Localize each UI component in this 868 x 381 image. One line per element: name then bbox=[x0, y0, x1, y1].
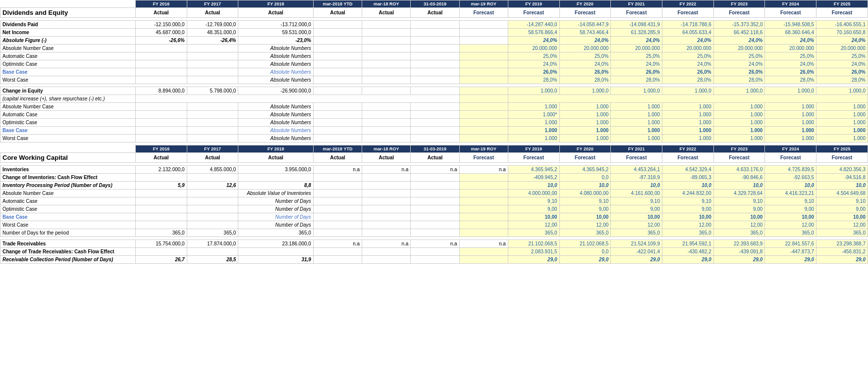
col-mar19roy-header: mar-19 ROY bbox=[459, 0, 508, 8]
row-cwc-abs-num: Absolute Number Case Absolute Value of I… bbox=[0, 190, 868, 197]
col-fy2024-header: FY 2024 bbox=[765, 0, 816, 8]
col-fy2020-header: FY 2020 bbox=[559, 0, 611, 8]
af-mar18roy bbox=[362, 37, 411, 45]
div-paid-fy2023: -15.373.352,0 bbox=[713, 21, 765, 29]
cwc-year-header: FY 2016 FY 2017 FY 2018 mar-2018 YTD mar… bbox=[0, 145, 868, 153]
ni-fy2025: 70.160.650,8 bbox=[816, 29, 868, 37]
div-equity-sub-header: Dividends and Equity Actual Actual Actua… bbox=[0, 8, 868, 18]
sub-fy2025: Forecast bbox=[816, 8, 868, 18]
af-fy2021: 24,0% bbox=[611, 37, 662, 45]
row-eq-auto: Automatic Case Absolute Numbers 1.000* 1… bbox=[0, 111, 868, 119]
sub-fy2024: Forecast bbox=[765, 8, 816, 18]
col-fy2018-header: FY 2018 bbox=[238, 0, 313, 8]
div-paid-fy2017: -12.769.000,0 bbox=[187, 21, 238, 29]
af-mar19roy bbox=[459, 37, 508, 45]
div-paid-fy2025: -16.406.555,1 bbox=[816, 21, 868, 29]
ni-fy2021: 61.328.285,9 bbox=[611, 29, 662, 37]
row-num-days: Number of Days for the period 365,0 365,… bbox=[0, 229, 868, 237]
div-paid-fy2018: -13.712.000,0 bbox=[238, 21, 313, 29]
div-paid-mar2019 bbox=[411, 21, 459, 29]
sub-mar19roy: Forecast bbox=[459, 8, 508, 18]
div-anc-fy2022: 20.000.000 bbox=[662, 45, 714, 52]
row-div-optimistic: Optimistic Case Absolute Numbers 24,0% 2… bbox=[0, 60, 868, 68]
div-paid-fy2021: -14.098.431,9 bbox=[611, 21, 662, 29]
col-mar2019-header: 31-03-2019 bbox=[411, 0, 459, 8]
label-div-abs-num: Absolute Number Case bbox=[0, 45, 136, 52]
row-trade-change: Change of Trade Receivables: Cash Flow E… bbox=[0, 248, 868, 256]
ni-fy2018: 59.531.000,0 bbox=[238, 29, 313, 37]
row-div-base-case: Base Case Absolute Numbers 26,0% 26,0% 2… bbox=[0, 68, 868, 76]
row-rec-period: Receivable Collection Period (Number of … bbox=[0, 256, 868, 264]
col-fy2017-header: FY 2017 bbox=[187, 0, 238, 8]
div-paid-fy2016: -12.150.000,0 bbox=[135, 21, 187, 29]
sub-mar2018ytd: Actual bbox=[313, 8, 362, 18]
div-paid-fy2019: -14.287.440,0 bbox=[508, 21, 559, 29]
col-fy2025-header: FY 2025 bbox=[816, 0, 868, 8]
label-abs-figure: Absolute Figure (-) bbox=[0, 37, 136, 45]
sub-fy2023: Forecast bbox=[713, 8, 765, 18]
ni-fy2017: 48.351.000,0 bbox=[187, 29, 238, 37]
row-trade-rec: Trade Receivables 15.754.000,0 17.874.00… bbox=[0, 240, 868, 248]
div-anc-fy2020: 20.000.000 bbox=[559, 45, 611, 52]
ni-mar2019 bbox=[411, 29, 459, 37]
row-equity-subtitle: (capital increase (+), share repurchase … bbox=[0, 95, 868, 103]
div-paid-fy2022: -14.718.788,6 bbox=[662, 21, 714, 29]
ni-fy2024: 68.360.646,4 bbox=[765, 29, 816, 37]
af-fy2017: -26,4% bbox=[187, 37, 238, 45]
div-paid-mar18roy bbox=[362, 21, 411, 29]
ni-fy2023: 66.452.118,6 bbox=[713, 29, 765, 37]
row-dividends-paid: Dividends Paid -12.150.000,0 -12.769.000… bbox=[0, 21, 868, 29]
col-fy2016-header: FY 2016 bbox=[135, 0, 187, 8]
label-net-income: Net Income bbox=[0, 29, 136, 37]
sub-fy2019: Forecast bbox=[508, 8, 559, 18]
div-paid-fy2024: -15.948.508,5 bbox=[765, 21, 816, 29]
div-equity-year-header: FY 2016 FY 2017 FY 2018 mar-2018 YTD mar… bbox=[0, 0, 868, 8]
sub-fy2017: Actual bbox=[187, 8, 238, 18]
ni-fy2019: 58.576.866,4 bbox=[508, 29, 559, 37]
ni-fy2016: 45.687.000,0 bbox=[135, 29, 187, 37]
col-fy2023-header: FY 2023 bbox=[713, 0, 765, 8]
div-anc-fy2024: 20.000.000 bbox=[765, 45, 816, 52]
row-eq-optimistic: Optimistic Case Absolute Numbers 1.000 1… bbox=[0, 119, 868, 127]
col-mar2018ytd-header: mar-2018 YTD bbox=[313, 0, 362, 8]
div-abs-num-center: Absolute Numbers bbox=[238, 45, 313, 52]
ni-fy2020: 58.743.466,4 bbox=[559, 29, 611, 37]
col-fy2019-header: FY 2019 bbox=[508, 0, 559, 8]
row-change-equity: Change in Equity 8.894.000,0 5.798.000,0… bbox=[0, 87, 868, 95]
row-abs-figure: Absolute Figure (-) -26,6% -26,4% -23,0%… bbox=[0, 37, 868, 45]
row-cwc-optimistic: Optimistic Case Number of Days 9,00 9,00… bbox=[0, 205, 868, 213]
row-div-auto-case: Automatic Case Absolute Numbers 25,0% 25… bbox=[0, 52, 868, 60]
row-eq-worst: Worst Case Absolute Numbers 1.000 1.000 … bbox=[0, 135, 868, 143]
sub-mar18roy: Actual bbox=[362, 8, 411, 18]
row-div-abs-num-case: Absolute Number Case Absolute Numbers 20… bbox=[0, 45, 868, 52]
row-cwc-base: Base Case Number of Days 10,00 10,00 10,… bbox=[0, 213, 868, 221]
row-net-income: Net Income 45.687.000,0 48.351.000,0 59.… bbox=[0, 29, 868, 37]
label-dividends-paid: Dividends Paid bbox=[0, 21, 136, 29]
div-anc-fy2019: 20.000.000 bbox=[508, 45, 559, 52]
row-div-worst-case: Worst Case Absolute Numbers 28,0% 28,0% … bbox=[0, 76, 868, 84]
af-fy2018: -23,0% bbox=[238, 37, 313, 45]
ni-mar19roy bbox=[459, 29, 508, 37]
cwc-sub-header: Core Working Capital Actual Actual Actua… bbox=[0, 153, 868, 163]
div-anc-fy2023: 20.000.000 bbox=[713, 45, 765, 52]
af-fy2025: 24,0% bbox=[816, 37, 868, 45]
row-eq-base: Base Case Absolute Numbers 1.000 1.000 1… bbox=[0, 127, 868, 135]
row-cwc-worst: Worst Case Number of Days 12,00 12,00 12… bbox=[0, 221, 868, 229]
sub-fy2016: Actual bbox=[135, 8, 187, 18]
div-paid-mar2018ytd bbox=[313, 21, 362, 29]
sub-mar2019: Actual bbox=[411, 8, 459, 18]
row-inventories: Inventories 2.132.000,0 4.855.000,0 3.95… bbox=[0, 166, 868, 174]
col-fy2021-header: FY 2021 bbox=[611, 0, 662, 8]
af-fy2024: 24,0% bbox=[765, 37, 816, 45]
row-inv-period: Inventory Processing Period (Number of D… bbox=[0, 182, 868, 190]
sub-fy2021: Forecast bbox=[611, 8, 662, 18]
div-anc-fy2025: 20.000.000 bbox=[816, 45, 868, 52]
af-fy2023: 24,0% bbox=[713, 37, 765, 45]
ni-fy2022: 64.055.633,4 bbox=[662, 29, 714, 37]
col-fy2022-header: FY 2022 bbox=[662, 0, 714, 8]
sub-fy2020: Forecast bbox=[559, 8, 611, 18]
af-fy2019: 24,0% bbox=[508, 37, 559, 45]
ni-mar18roy bbox=[362, 29, 411, 37]
div-anc-fy2021: 20.000.000 bbox=[611, 45, 662, 52]
div-paid-mar19roy bbox=[459, 21, 508, 29]
